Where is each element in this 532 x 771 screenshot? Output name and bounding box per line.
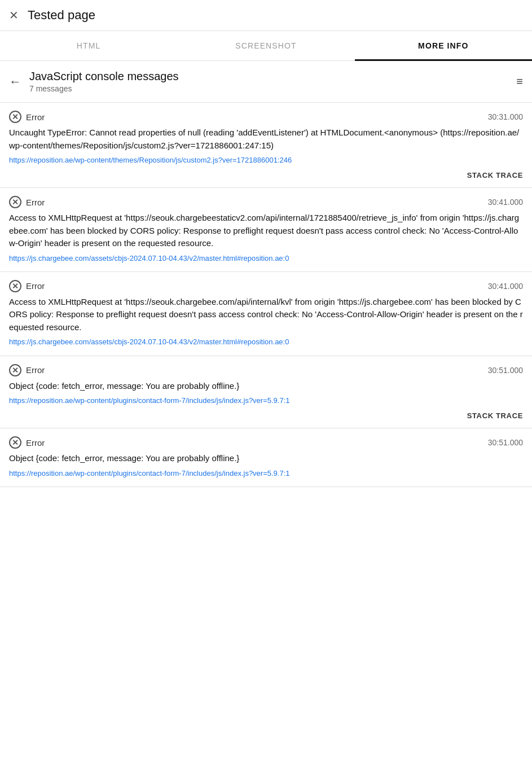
message-url[interactable]: https://reposition.ae/wp-content/plugins… <box>9 468 523 479</box>
message-url[interactable]: https://js.chargebee.com/assets/cbjs-202… <box>9 337 523 347</box>
back-button[interactable]: ← <box>9 76 21 88</box>
message-timestamp: 30:41.000 <box>488 198 523 207</box>
message-body: Object {code: fetch_error, message: You … <box>9 452 523 465</box>
message-body: Access to XMLHttpRequest at 'https://seo… <box>9 212 523 250</box>
message-card: ✕Error30:51.000Object {code: fetch_error… <box>0 428 532 487</box>
error-label: Error <box>26 281 45 291</box>
message-header-row: ✕Error30:41.000 <box>9 280 523 292</box>
message-header-row: ✕Error30:31.000 <box>9 111 523 123</box>
message-body: Uncaught TypeError: Cannot read properti… <box>9 126 523 152</box>
message-body: Object {code: fetch_error, message: You … <box>9 380 523 393</box>
message-header-row: ✕Error30:41.000 <box>9 196 523 208</box>
message-timestamp: 30:51.000 <box>488 366 523 375</box>
message-url[interactable]: https://js.chargebee.com/assets/cbjs-202… <box>9 253 523 264</box>
message-timestamp: 30:41.000 <box>488 282 523 291</box>
stack-trace-button[interactable]: STACK TRACE <box>467 171 523 179</box>
tab-html[interactable]: HTML <box>0 31 177 60</box>
message-timestamp: 30:31.000 <box>488 112 523 121</box>
sub-header: ← JavaScript console messages 7 messages… <box>0 61 532 103</box>
messages-list: ✕Error30:31.000Uncaught TypeError: Canno… <box>0 103 532 487</box>
message-card: ✕Error30:31.000Uncaught TypeError: Canno… <box>0 103 532 188</box>
tab-bar: HTML SCREENSHOT MORE INFO <box>0 31 532 61</box>
message-type: ✕Error <box>9 364 45 376</box>
message-body: Access to XMLHttpRequest at 'https://seo… <box>9 296 523 334</box>
tab-more-info[interactable]: MORE INFO <box>355 31 532 60</box>
message-card: ✕Error30:51.000Object {code: fetch_error… <box>0 356 532 429</box>
error-icon: ✕ <box>9 280 21 292</box>
stack-trace-button[interactable]: STACK TRACE <box>467 411 523 420</box>
page-header: ✕ Tested page <box>0 0 532 31</box>
error-label: Error <box>26 365 45 375</box>
message-url[interactable]: https://reposition.ae/wp-content/themes/… <box>9 155 523 165</box>
message-type: ✕Error <box>9 280 45 292</box>
error-icon: ✕ <box>9 364 21 376</box>
message-count: 7 messages <box>29 84 516 93</box>
filter-icon[interactable]: ≡ <box>516 75 523 88</box>
message-card: ✕Error30:41.000Access to XMLHttpRequest … <box>0 188 532 272</box>
sub-header-info: JavaScript console messages 7 messages <box>29 70 516 93</box>
error-label: Error <box>26 198 45 207</box>
message-timestamp: 30:51.000 <box>488 438 523 447</box>
message-type: ✕Error <box>9 196 45 208</box>
sub-header-title: JavaScript console messages <box>29 70 516 83</box>
error-icon: ✕ <box>9 111 21 123</box>
message-header-row: ✕Error30:51.000 <box>9 436 523 449</box>
message-card: ✕Error30:41.000Access to XMLHttpRequest … <box>0 272 532 356</box>
page-title: Tested page <box>28 8 95 23</box>
message-type: ✕Error <box>9 111 45 123</box>
tab-screenshot[interactable]: SCREENSHOT <box>177 31 354 60</box>
error-icon: ✕ <box>9 196 21 208</box>
error-label: Error <box>26 112 45 122</box>
close-button[interactable]: ✕ <box>9 10 19 21</box>
message-type: ✕Error <box>9 436 45 449</box>
error-label: Error <box>26 438 45 448</box>
message-url[interactable]: https://reposition.ae/wp-content/plugins… <box>9 396 523 406</box>
message-header-row: ✕Error30:51.000 <box>9 364 523 376</box>
error-icon: ✕ <box>9 436 21 449</box>
